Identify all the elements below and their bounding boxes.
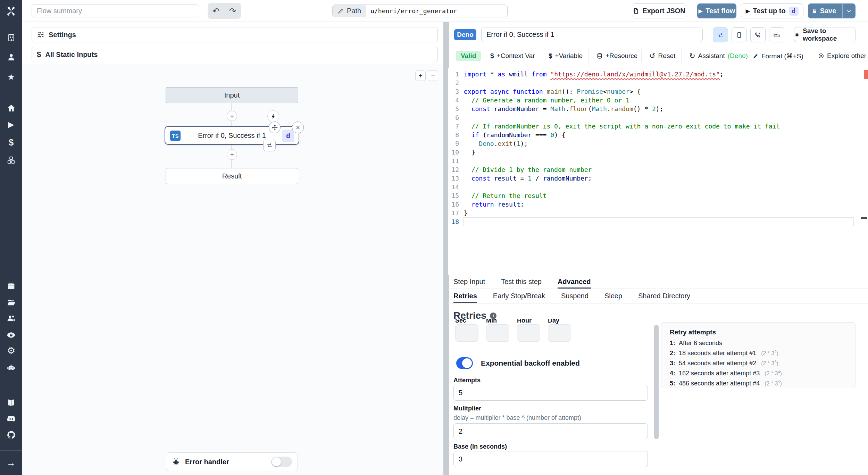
code-line: 9 Deno.exit(1); [448, 139, 860, 148]
sleep-button[interactable] [769, 27, 784, 42]
sidebar-item-docs[interactable] [0, 397, 22, 409]
day-input[interactable] [548, 324, 571, 342]
hour-input[interactable] [517, 324, 540, 342]
windmill-logo[interactable] [0, 4, 22, 18]
sec-input[interactable] [455, 324, 478, 342]
test-flow-button[interactable]: ▶ Test flow [697, 3, 736, 18]
calendar-icon [7, 282, 16, 290]
sidebar-item-user[interactable] [0, 51, 22, 63]
multiplier-input[interactable] [453, 423, 648, 439]
explore-scripts-button[interactable]: Explore other s [818, 49, 868, 63]
sidebar-item-settings[interactable]: ⚙ [0, 344, 22, 357]
content-scrollbar[interactable] [654, 325, 659, 439]
error-handler-label: Error handler [185, 458, 266, 466]
sidebar-item-discord[interactable] [0, 412, 22, 425]
sidebar-item-folders[interactable] [0, 296, 22, 309]
min-input[interactable] [486, 324, 509, 342]
code-line: 17} [448, 209, 860, 217]
attempts-input[interactable] [453, 385, 648, 401]
save-to-workspace-button[interactable]: Save to workspace [794, 27, 856, 42]
zoom-out-button[interactable]: − [428, 70, 438, 81]
boxes-icon [7, 156, 16, 165]
zoom-in-button[interactable]: + [415, 70, 426, 81]
add-variable-button[interactable]: $ +Variable [549, 49, 583, 63]
subtab-shared-directory[interactable]: Shared Directory [638, 289, 690, 303]
mobile-view-button[interactable] [732, 27, 747, 42]
phone-incoming-button[interactable] [750, 27, 766, 42]
tab-step-input[interactable]: Step Input [453, 275, 485, 289]
subtab-suspend[interactable]: Suspend [561, 289, 589, 303]
sidebar-item-audit[interactable] [0, 329, 22, 341]
sidebar-item-favorites[interactable]: ★ [0, 71, 22, 83]
sidebar-item-workers[interactable] [0, 361, 22, 374]
retries-toggle-button[interactable] [713, 27, 728, 42]
undo-circle-icon: ↺ [649, 52, 656, 60]
target-icon [818, 53, 824, 59]
step-id-badge: d [282, 130, 294, 142]
eye-icon [7, 331, 16, 340]
trigger-button[interactable] [267, 110, 279, 122]
sidebar-item-github[interactable] [0, 428, 22, 441]
add-step-button-bottom[interactable]: ＋ [227, 149, 237, 160]
retry-indicator-button[interactable] [263, 139, 276, 151]
flow-summary-input[interactable] [32, 5, 199, 17]
sidebar-item-groups[interactable] [0, 312, 22, 325]
sidebar-item-schedules[interactable] [0, 280, 22, 292]
subtab-sleep[interactable]: Sleep [604, 289, 622, 303]
dollar-icon: $ [9, 138, 14, 147]
add-step-button-top[interactable]: ＋ [227, 111, 237, 121]
input-node[interactable]: Input [166, 87, 298, 103]
code-line: 16 return result; [448, 200, 860, 209]
exponential-backoff-toggle[interactable] [456, 357, 473, 369]
save-button[interactable]: Save [808, 4, 839, 18]
tab-test-this-step[interactable]: Test this step [501, 275, 542, 289]
error-handler-toggle[interactable] [271, 457, 292, 467]
redo-button[interactable]: ↷ [224, 3, 241, 19]
undo-redo-group: ↶ ↷ [208, 3, 241, 19]
undo-button[interactable]: ↶ [208, 3, 224, 19]
code-line: 14 [448, 183, 860, 191]
step-summary-input[interactable] [481, 27, 703, 42]
arrow-right-icon: → [7, 458, 16, 467]
info-icon[interactable]: i [490, 312, 496, 319]
retry-attempts-card: Retry attempts 1:After 6 seconds2:18 sec… [661, 322, 856, 388]
sidebar-item-workspace[interactable] [0, 31, 22, 44]
tab-advanced[interactable]: Advanced [558, 275, 591, 289]
path-label: Path [333, 5, 366, 17]
sidebar-item-variables[interactable]: $ [0, 136, 22, 149]
play-icon: ▶ [746, 8, 750, 14]
format-button[interactable]: Format (⌘+S) [753, 49, 803, 63]
save-dropdown-button[interactable] [842, 4, 855, 18]
github-icon [7, 430, 16, 440]
path-input[interactable] [366, 5, 507, 17]
move-step-handle[interactable] [269, 122, 281, 133]
export-json-button[interactable]: Export JSON [632, 3, 686, 18]
lightning-icon [270, 114, 276, 119]
assistant-button[interactable]: ↻ Assistant (Deno) [689, 49, 748, 63]
sidebar-item-runs[interactable]: ▶ [0, 118, 22, 131]
code-line: 12 // Divide 1 by the random number [448, 165, 860, 174]
all-static-inputs-row[interactable]: $ All Static Inputs [32, 47, 438, 62]
delete-step-button[interactable]: × [292, 122, 304, 133]
sidebar-item-resources[interactable] [0, 154, 22, 166]
base-input[interactable] [453, 451, 648, 467]
sidebar-item-home[interactable] [0, 102, 22, 114]
reset-button[interactable]: ↺ Reset [649, 49, 675, 63]
add-resource-button[interactable]: +Resource [596, 49, 637, 63]
code-editor[interactable]: 1import * as wmill from "https://deno.la… [448, 68, 860, 275]
all-static-inputs-label: All Static Inputs [45, 51, 98, 59]
multiplier-label: Mulitplier [453, 405, 481, 412]
pencil-icon [337, 8, 344, 14]
test-up-to-button[interactable]: ▶ Test up to d [741, 3, 803, 18]
ruler-error-marker [864, 70, 868, 79]
add-context-var-button[interactable]: $ +Context Var [490, 49, 535, 63]
bed-icon [773, 32, 780, 39]
subtab-retries[interactable]: Retries [453, 289, 477, 303]
subtab-early-stop-break[interactable]: Early Stop/Break [493, 289, 545, 303]
flow-settings-row[interactable]: Settings [32, 27, 438, 42]
typescript-badge: TS [170, 131, 181, 141]
code-line: 1import * as wmill from "https://deno.la… [448, 70, 860, 78]
result-node[interactable]: Result [166, 168, 298, 184]
flow-canvas[interactable]: + − Input ＋ TS Error if 0, Success if 1 … [22, 64, 443, 475]
sidebar-expand[interactable]: → [0, 457, 22, 469]
